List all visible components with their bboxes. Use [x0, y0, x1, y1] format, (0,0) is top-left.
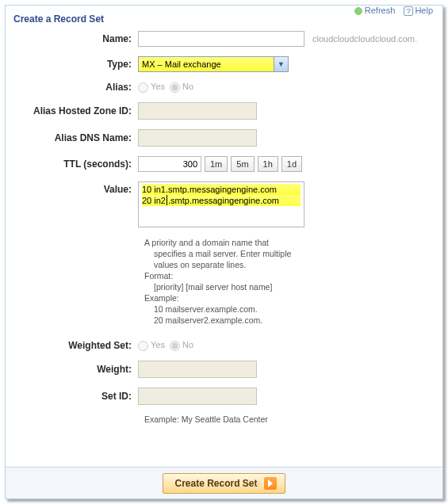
value-textarea[interactable]: 10 in1.smtp.messagingengine.com 20 in2.s…	[138, 181, 304, 227]
refresh-link[interactable]: Refresh	[354, 6, 396, 15]
value-line-1: 10 in1.smtp.messagingengine.com	[142, 184, 301, 195]
bottom-bar: Create Record Set	[6, 467, 442, 498]
chevron-down-icon: ▼	[274, 57, 288, 71]
alias-dns-input	[138, 129, 257, 147]
domain-suffix: cloudcloudcloudcloud.com.	[312, 34, 417, 44]
name-input[interactable]	[138, 31, 304, 47]
label-name: Name:	[15, 33, 138, 44]
help-icon: ?	[404, 6, 413, 16]
weighted-no[interactable]: No	[170, 340, 193, 351]
label-weight: Weight:	[15, 364, 138, 375]
create-record-set-button[interactable]: Create Record Set	[163, 473, 285, 494]
value-line-2: 20 in2.smtp.messagingengine.com	[142, 195, 301, 206]
record-set-panel: Refresh ?Help Create a Record Set Name: …	[5, 5, 443, 499]
type-select[interactable]: MX – Mail exchange ▼	[138, 56, 289, 72]
ttl-1h-button[interactable]: 1h	[258, 156, 278, 172]
type-selected-value: MX – Mail exchange	[139, 59, 274, 69]
setid-input	[138, 388, 257, 405]
label-setid: Set ID:	[15, 391, 138, 402]
label-type: Type:	[15, 59, 138, 70]
weighted-yes[interactable]: Yes	[138, 340, 165, 351]
label-ttl: TTL (seconds):	[15, 158, 138, 170]
ttl-1d-button[interactable]: 1d	[281, 156, 302, 172]
weight-input	[138, 361, 257, 378]
label-alias-zone: Alias Hosted Zone ID:	[15, 105, 138, 116]
label-alias-dns: Alias DNS Name:	[15, 132, 138, 143]
ttl-input[interactable]	[138, 156, 201, 172]
value-help-text: A priority and a domain name that specif…	[144, 237, 335, 326]
setid-example: Example: My Seattle Data Center	[144, 414, 433, 424]
refresh-icon	[354, 6, 363, 16]
arrow-right-icon	[264, 477, 277, 490]
alias-yes[interactable]: Yes	[138, 82, 165, 93]
alias-radio-group: Yes No	[138, 82, 193, 93]
top-links: Refresh ?Help	[347, 6, 433, 16]
label-weighted: Weighted Set:	[15, 340, 138, 351]
label-alias: Alias:	[15, 82, 138, 93]
help-link[interactable]: ?Help	[404, 6, 433, 15]
alias-no[interactable]: No	[170, 82, 193, 93]
ttl-1m-button[interactable]: 1m	[205, 156, 228, 172]
create-button-label: Create Record Set	[174, 478, 257, 489]
ttl-5m-button[interactable]: 5m	[231, 156, 254, 172]
label-value: Value:	[15, 181, 138, 195]
alias-zone-input	[138, 102, 257, 120]
weighted-radio-group: Yes No	[138, 340, 193, 351]
